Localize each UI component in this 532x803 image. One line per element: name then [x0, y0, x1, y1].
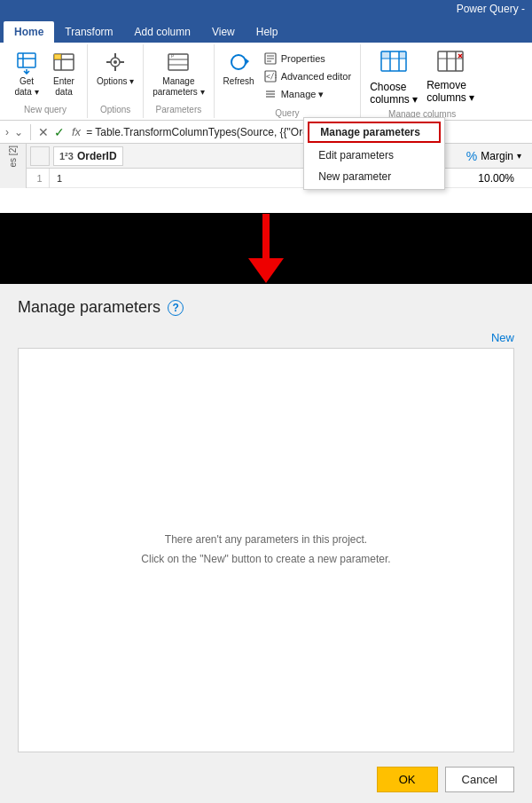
- svg-text:</>: </>: [266, 73, 277, 81]
- manage-button[interactable]: Manage ▾: [260, 85, 356, 103]
- refresh-icon: [224, 48, 253, 76]
- queries-label: es [2]: [8, 146, 18, 167]
- arrow-shaft: [262, 214, 270, 258]
- ribbon-group-new-query: Getdata ▾ Enterdata New query: [4, 44, 88, 118]
- refresh-label: Refresh: [223, 76, 254, 87]
- manage-label: Manage ▾: [281, 89, 325, 100]
- arrow-section: [0, 213, 532, 284]
- formula-confirm-button[interactable]: ✓: [52, 125, 66, 139]
- margin-label: Margin: [481, 150, 513, 162]
- tab-home[interactable]: Home: [4, 21, 54, 43]
- new-query-group-label: New query: [24, 103, 66, 116]
- column-header-order-id[interactable]: 1²3 OrderID: [53, 146, 123, 166]
- dialog-title: Manage parameters: [18, 298, 160, 317]
- margin-dropdown-icon[interactable]: ▾: [517, 151, 521, 161]
- properties-label: Properties: [281, 53, 325, 64]
- column-header-label: OrderID: [77, 150, 117, 162]
- formula-bar: › ⌄ ✕ ✓ fx: [0, 121, 532, 144]
- get-data-icon: [12, 48, 41, 76]
- queries-panel: es [2]: [0, 144, 27, 188]
- svg-rect-6: [54, 54, 61, 59]
- refresh-button[interactable]: Refresh: [220, 46, 258, 89]
- svg-rect-32: [399, 51, 406, 59]
- manage-parameters-menu-item[interactable]: Manage parameters: [308, 122, 441, 143]
- options-button[interactable]: Options ▾: [93, 46, 137, 89]
- properties-button[interactable]: Properties: [260, 50, 356, 67]
- edit-parameters-menu-item[interactable]: Edit parameters: [304, 145, 444, 166]
- query-right-group: Properties </> Advanced editor: [260, 46, 356, 106]
- remove-columns-button[interactable]: Removecolumns ▾: [423, 46, 478, 106]
- formula-expand-button[interactable]: ⌄: [12, 124, 25, 140]
- manage-parameters-label: Manageparameters ▾: [153, 76, 204, 98]
- options-group-label: Options: [100, 103, 130, 116]
- tab-help[interactable]: Help: [246, 21, 289, 43]
- options-icon: [101, 48, 129, 76]
- formula-fx-label: fx: [68, 125, 84, 138]
- properties-icon: [263, 51, 278, 66]
- tab-transform[interactable]: Transform: [54, 21, 123, 43]
- parameters-group-label: Parameters: [156, 103, 202, 116]
- queries-collapse-button[interactable]: ›: [4, 124, 11, 140]
- ribbon-group-query: Refresh Properties: [215, 44, 362, 118]
- ok-button[interactable]: OK: [377, 767, 438, 792]
- choose-columns-label: Choosecolumns ▾: [370, 81, 418, 106]
- svg-rect-0: [18, 53, 35, 67]
- options-label: Options ▾: [97, 76, 134, 87]
- enter-data-icon: [50, 48, 78, 76]
- new-parameter-menu-item[interactable]: New parameter: [304, 166, 444, 187]
- svg-point-8: [113, 60, 117, 64]
- remove-columns-label: Removecolumns ▾: [426, 79, 474, 104]
- ribbon-group-parameters: P Manageparameters ▾ Parameters Manage p…: [144, 44, 214, 118]
- parameter-list-area: There aren't any parameters in this proj…: [18, 348, 514, 752]
- advanced-editor-label: Advanced editor: [281, 71, 352, 82]
- parameters-dropdown: Manage parameters Edit parameters New pa…: [303, 117, 445, 190]
- dialog-header: Manage parameters ?: [0, 284, 532, 324]
- manage-parameters-dialog: Manage parameters ? New There aren't any…: [0, 284, 532, 803]
- window-title: Power Query -: [457, 3, 525, 15]
- svg-marker-17: [246, 59, 249, 65]
- row-number-header: [30, 146, 50, 166]
- row-number-1: 1: [30, 169, 50, 188]
- advanced-editor-icon: </>: [263, 69, 278, 83]
- spacer: [18, 327, 355, 348]
- main-content: 1²3 OrderID % Margin ▾ 1 1 10.00%: [27, 144, 532, 188]
- choose-columns-icon: [379, 48, 408, 81]
- ribbon-group-options: Options ▾ Options: [88, 44, 144, 118]
- tab-add-column[interactable]: Add column: [124, 21, 201, 43]
- query-group-label: Query: [275, 106, 299, 120]
- remove-columns-icon: [436, 48, 465, 79]
- svg-rect-31: [381, 51, 390, 59]
- manage-icon: [263, 87, 278, 101]
- margin-value: 10.00%: [478, 172, 528, 185]
- dialog-footer: OK Cancel: [0, 756, 532, 803]
- tab-view[interactable]: View: [201, 21, 246, 43]
- margin-icon: %: [466, 149, 477, 163]
- new-parameter-button[interactable]: New: [355, 327, 514, 348]
- formula-cancel-button[interactable]: ✕: [36, 125, 51, 139]
- manage-parameters-icon: P: [164, 48, 192, 76]
- ribbon-group-manage-columns: Choosecolumns ▾ Removecolumns ▾: [361, 44, 483, 118]
- data-row: 1 1 10.00%: [27, 169, 532, 188]
- enter-data-button[interactable]: Enterdata: [46, 46, 82, 99]
- get-data-label: Getdata ▾: [14, 76, 38, 98]
- cell-order-id-1: 1: [50, 171, 121, 185]
- choose-columns-button[interactable]: Choosecolumns ▾: [366, 46, 421, 107]
- dialog-help-button[interactable]: ?: [168, 300, 184, 316]
- data-area: es [2] 1²3 OrderID % Margin ▾ 1: [0, 144, 532, 188]
- dialog-body: New There aren't any parameters in this …: [0, 324, 532, 756]
- empty-parameters-message: There aren't any parameters in this proj…: [141, 531, 390, 569]
- manage-parameters-button[interactable]: P Manageparameters ▾: [149, 46, 207, 99]
- arrow-head: [248, 258, 284, 283]
- margin-section: % Margin ▾: [459, 149, 528, 163]
- column-type-icon: 1²3: [59, 151, 74, 161]
- column-header-row: 1²3 OrderID % Margin ▾: [27, 144, 532, 169]
- cancel-button[interactable]: Cancel: [445, 767, 514, 792]
- get-data-button[interactable]: Getdata ▾: [9, 46, 44, 99]
- advanced-editor-button[interactable]: </> Advanced editor: [260, 67, 356, 85]
- enter-data-label: Enterdata: [53, 76, 74, 98]
